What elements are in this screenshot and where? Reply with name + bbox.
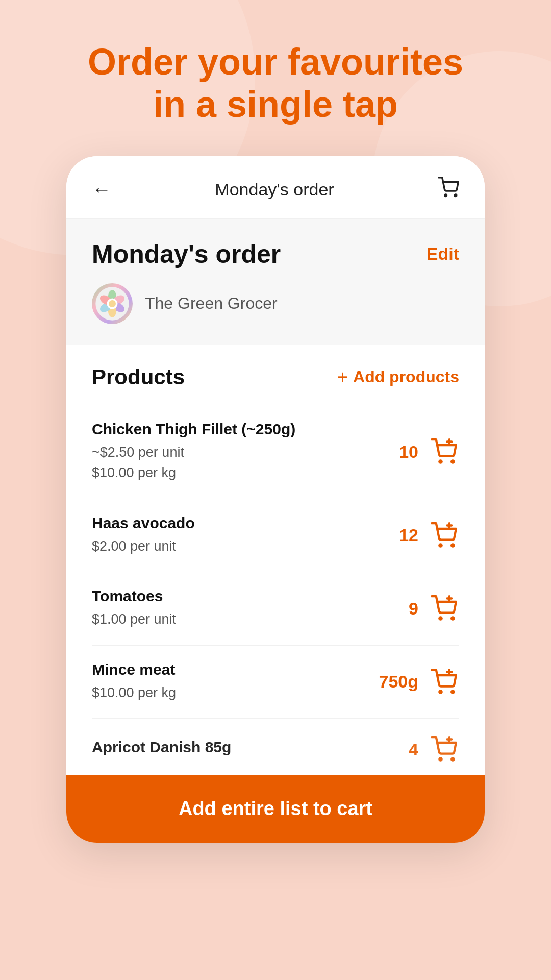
svg-point-28	[452, 758, 454, 760]
phone-card: ← Monday's order Monday's order Edit	[66, 156, 485, 843]
svg-point-27	[439, 758, 441, 760]
nav-bar: ← Monday's order	[66, 156, 485, 218]
hero-title: Order your favourites in a single tap	[57, 41, 494, 126]
store-row: The Green Grocer	[92, 283, 459, 324]
products-title: Products	[92, 365, 185, 389]
product-name-3: Tomatoes	[92, 587, 409, 605]
cart-add-button-3[interactable]	[429, 593, 459, 624]
svg-point-19	[439, 618, 441, 620]
product-qty-4: 750g	[379, 672, 418, 692]
products-section: Products + Add products Chicken Thigh Fi…	[66, 345, 485, 770]
product-qty-2: 12	[399, 525, 418, 545]
nav-title: Monday's order	[215, 180, 334, 200]
product-info-5: Apricot Danish 85g	[92, 739, 409, 760]
cart-add-button-2[interactable]	[429, 520, 459, 551]
product-item-3: Tomatoes $1.00 per unit 9	[92, 572, 459, 645]
product-right-5: 4	[409, 734, 459, 765]
product-info-4: Mince meat $10.00 per kg	[92, 661, 379, 703]
product-item-4: Mince meat $10.00 per kg 750g	[92, 645, 459, 719]
svg-point-10	[109, 300, 116, 307]
svg-point-16	[452, 544, 454, 546]
store-avatar	[92, 283, 133, 324]
svg-point-15	[439, 544, 441, 546]
edit-button[interactable]: Edit	[427, 244, 459, 264]
cart-add-button-5[interactable]	[429, 734, 459, 765]
svg-point-23	[439, 691, 441, 693]
store-name: The Green Grocer	[145, 294, 278, 313]
product-info-3: Tomatoes $1.00 per unit	[92, 587, 409, 630]
svg-point-12	[452, 460, 454, 462]
product-right-3: 9	[409, 593, 459, 624]
cart-add-button-4[interactable]	[429, 667, 459, 697]
svg-point-24	[452, 691, 454, 693]
product-name-1: Chicken Thigh Fillet (~250g)	[92, 421, 399, 438]
add-products-button[interactable]: + Add products	[337, 366, 459, 388]
product-name-5: Apricot Danish 85g	[92, 739, 409, 756]
add-to-cart-button[interactable]: Add entire list to cart	[66, 775, 485, 843]
order-header: Monday's order Edit	[66, 219, 485, 345]
svg-point-11	[439, 460, 441, 462]
product-name-2: Haas avocado	[92, 514, 399, 532]
cart-icon[interactable]	[438, 177, 459, 203]
product-qty-3: 9	[409, 599, 418, 619]
product-right-2: 12	[399, 520, 459, 551]
product-right-1: 10	[399, 436, 459, 467]
product-item-1: Chicken Thigh Fillet (~250g) ~$2.50 per …	[92, 405, 459, 499]
product-name-4: Mince meat	[92, 661, 379, 678]
product-price-4: $10.00 per kg	[92, 682, 379, 703]
product-right-4: 750g	[379, 667, 459, 697]
cart-add-button-1[interactable]	[429, 436, 459, 467]
product-info-2: Haas avocado $2.00 per unit	[92, 514, 399, 557]
svg-point-0	[445, 194, 447, 197]
product-price-1: ~$2.50 per unit $10.00 per kg	[92, 442, 399, 483]
plus-icon: +	[337, 366, 348, 388]
svg-point-20	[452, 618, 454, 620]
product-price-3: $1.00 per unit	[92, 609, 409, 630]
product-info-1: Chicken Thigh Fillet (~250g) ~$2.50 per …	[92, 421, 399, 483]
product-qty-1: 10	[399, 442, 418, 462]
product-item-5: Apricot Danish 85g 4	[92, 718, 459, 770]
back-button[interactable]: ←	[92, 179, 111, 201]
svg-point-1	[455, 194, 457, 197]
add-products-label: Add products	[353, 368, 459, 386]
product-price-2: $2.00 per unit	[92, 536, 399, 557]
product-item-2: Haas avocado $2.00 per unit 12	[92, 499, 459, 572]
product-qty-5: 4	[409, 740, 418, 760]
order-title: Monday's order	[92, 239, 281, 269]
